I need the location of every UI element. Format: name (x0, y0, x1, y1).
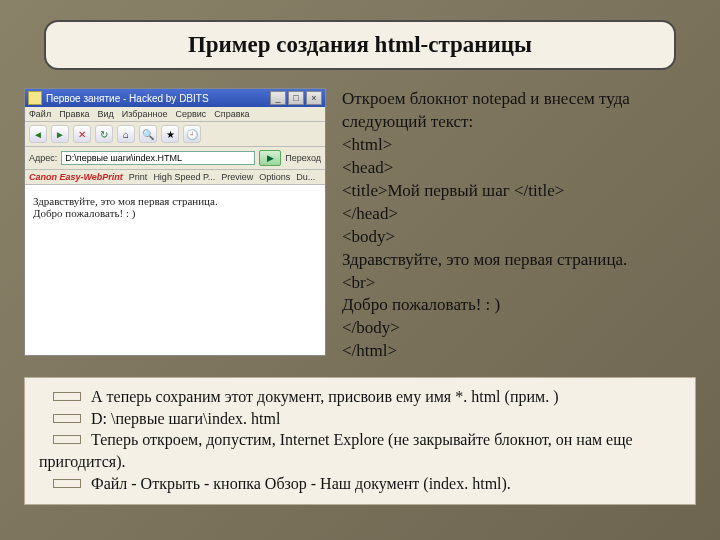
window-controls: _ □ × (270, 91, 322, 105)
bullet-icon (53, 479, 81, 488)
code-line-7: Добро пожаловать! : ) (342, 294, 696, 317)
code-line-9: </html> (342, 340, 696, 363)
code-column: Откроем блокнот notepad и внесем туда сл… (342, 88, 696, 363)
history-button[interactable]: 🕘 (183, 125, 201, 143)
note-2-text: D: \первые шаги\index. html (91, 408, 280, 430)
code-line-8: </body> (342, 317, 696, 340)
address-input[interactable] (61, 151, 255, 165)
back-button[interactable]: ◄ (29, 125, 47, 143)
go-label: Переход (285, 153, 321, 163)
menu-bar: Файл Правка Вид Избранное Сервис Справка (25, 107, 325, 122)
menu-edit[interactable]: Правка (59, 109, 89, 119)
forward-button[interactable]: ► (51, 125, 69, 143)
note-1: А теперь сохраним этот документ, присвои… (35, 386, 685, 408)
browser-window: Первое занятие - Hacked by DBITS _ □ × Ф… (24, 88, 326, 356)
minimize-button[interactable]: _ (270, 91, 286, 105)
code-line-1: <head> (342, 157, 696, 180)
note-3a-text: Теперь откроем, допустим, Internet Explo… (91, 429, 633, 451)
note-4-text: Файл - Открыть - кнопка Обзор - Наш доку… (91, 473, 511, 495)
notes-box: А теперь сохраним этот документ, присвои… (24, 377, 696, 505)
content-row: Первое занятие - Hacked by DBITS _ □ × Ф… (24, 88, 696, 363)
page-line-1: Здравствуйте, это моя первая страница. (33, 195, 317, 207)
note-4: Файл - Открыть - кнопка Обзор - Наш доку… (35, 473, 685, 495)
easyprint-brand: Canon Easy-WebPrint (29, 172, 123, 182)
maximize-button[interactable]: □ (288, 91, 304, 105)
stop-button[interactable]: ✕ (73, 125, 91, 143)
menu-tools[interactable]: Сервис (175, 109, 206, 119)
refresh-button[interactable]: ↻ (95, 125, 113, 143)
slide-title: Пример создания html-страницы (44, 20, 676, 70)
menu-help[interactable]: Справка (214, 109, 249, 119)
code-line-5: Здравствуйте, это моя первая страница. (342, 249, 696, 272)
code-intro: Откроем блокнот notepad и внесем туда сл… (342, 88, 696, 134)
bullet-icon (53, 435, 81, 444)
code-line-6: <br> (342, 272, 696, 295)
code-line-4: <body> (342, 226, 696, 249)
search-button[interactable]: 🔍 (139, 125, 157, 143)
page-line-2: Добро пожаловать! : ) (33, 207, 317, 219)
note-2: D: \первые шаги\index. html (35, 408, 685, 430)
note-3: Теперь откроем, допустим, Internet Explo… (35, 429, 685, 451)
menu-view[interactable]: Вид (98, 109, 114, 119)
code-line-0: <html> (342, 134, 696, 157)
du-btn[interactable]: Du... (296, 172, 315, 182)
nav-toolbar: ◄ ► ✕ ↻ ⌂ 🔍 ★ 🕘 (25, 122, 325, 147)
easyprint-toolbar: Canon Easy-WebPrint Print High Speed P..… (25, 170, 325, 185)
menu-file[interactable]: Файл (29, 109, 51, 119)
code-line-2: <title>Мой первый шаг </title> (342, 180, 696, 203)
slide-title-text: Пример создания html-страницы (188, 32, 532, 57)
menu-favorites[interactable]: Избранное (122, 109, 168, 119)
code-line-3: </head> (342, 203, 696, 226)
bullet-icon (53, 414, 81, 423)
window-title-text: Первое занятие - Hacked by DBITS (46, 93, 270, 104)
home-button[interactable]: ⌂ (117, 125, 135, 143)
address-label: Адрес: (29, 153, 57, 163)
page-icon (28, 91, 42, 105)
bullet-icon (53, 392, 81, 401)
browser-viewport: Здравствуйте, это моя первая страница. Д… (25, 185, 325, 355)
note-3b-text: пригодится). (35, 451, 685, 473)
print-btn[interactable]: Print (129, 172, 148, 182)
favorites-button[interactable]: ★ (161, 125, 179, 143)
hspeed-btn[interactable]: High Speed P... (153, 172, 215, 182)
close-button[interactable]: × (306, 91, 322, 105)
options-btn[interactable]: Options (259, 172, 290, 182)
address-bar: Адрес: ▶ Переход (25, 147, 325, 170)
preview-btn[interactable]: Preview (221, 172, 253, 182)
note-1-text: А теперь сохраним этот документ, присвои… (91, 386, 558, 408)
browser-titlebar: Первое занятие - Hacked by DBITS _ □ × (25, 89, 325, 107)
go-button[interactable]: ▶ (259, 150, 281, 166)
